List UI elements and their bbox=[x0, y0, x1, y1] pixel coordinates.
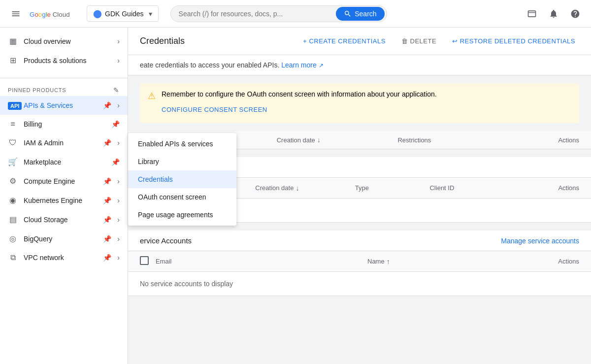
sidebar-item-label: Kubernetes Engine bbox=[24, 197, 95, 204]
create-credentials-button[interactable]: + CREATE CREDENTIALS bbox=[299, 35, 390, 47]
submenu-library[interactable]: Library bbox=[128, 153, 236, 170]
help-button[interactable] bbox=[565, 4, 585, 24]
api-icon: API bbox=[8, 101, 18, 110]
manage-service-accounts-link[interactable]: Manage service accounts bbox=[501, 237, 579, 245]
configure-consent-screen-button[interactable]: CONFIGURE CONSENT SCREEN bbox=[162, 103, 267, 116]
sidebar-item-compute-engine[interactable]: ⚙ Compute Engine 📌 › bbox=[0, 171, 128, 191]
products-icon: ⊞ bbox=[8, 56, 18, 65]
sidebar-item-label: Cloud overview bbox=[24, 37, 111, 45]
pinned-products-label: PINNED PRODUCTS ✎ bbox=[0, 82, 128, 96]
pin-icon: 📌 bbox=[103, 235, 111, 243]
submenu-enabled-apis[interactable]: Enabled APIs & services bbox=[128, 135, 236, 153]
sidebar-item-label: Billing bbox=[24, 120, 103, 128]
col-creation-header: Creation date ↓ bbox=[277, 136, 398, 144]
search-input[interactable] bbox=[179, 6, 336, 22]
sidebar-item-label: Products & solutions bbox=[24, 57, 111, 65]
project-name: GDK Guides bbox=[105, 10, 144, 18]
cloud-overview-icon: ▦ bbox=[8, 36, 18, 46]
sidebar-item-cloud-storage[interactable]: ▤ Cloud Storage 📌 › bbox=[0, 210, 128, 229]
sidebar-item-iam-admin[interactable]: 🛡 IAM & Admin 📌 › bbox=[0, 133, 128, 152]
warning-box: ⚠ Remember to configure the OAuth consen… bbox=[140, 83, 579, 123]
sidebar-item-apis-services[interactable]: API APIs & Services 📌 › bbox=[0, 96, 128, 115]
content-header: Credentials + CREATE CREDENTIALS 🗑 DELET… bbox=[128, 28, 591, 55]
col-restrictions-header: Restrictions bbox=[397, 136, 519, 144]
edit-pinned-icon[interactable]: ✎ bbox=[113, 86, 120, 94]
sidebar-item-billing[interactable]: ≡ Billing 📌 bbox=[0, 115, 128, 133]
chevron-right-icon: › bbox=[117, 177, 120, 185]
compute-icon: ⚙ bbox=[8, 176, 18, 186]
col-actions-header: Actions bbox=[519, 136, 579, 144]
learn-more-link[interactable]: Learn more bbox=[281, 61, 317, 69]
google-cloud-logo: Google Cloud bbox=[30, 8, 79, 19]
billing-icon: ≡ bbox=[8, 120, 18, 129]
service-accounts-title: ervice Accounts bbox=[140, 236, 501, 245]
sidebar-item-marketplace[interactable]: 🛒 Marketplace 📌 bbox=[0, 152, 128, 171]
vpc-icon: ⧉ bbox=[8, 253, 18, 262]
external-link-icon: ↗ bbox=[319, 62, 324, 69]
chevron-right-icon: › bbox=[117, 139, 120, 147]
sa-col-email: Email bbox=[156, 258, 367, 265]
main-layout: ▦ Cloud overview › ⊞ Products & solution… bbox=[0, 28, 591, 364]
search-button-label: Search bbox=[355, 10, 376, 18]
chevron-right-icon: › bbox=[117, 235, 120, 243]
pin-icon: 📌 bbox=[111, 158, 120, 166]
hamburger-menu-button[interactable] bbox=[6, 4, 26, 24]
pin-icon: 📌 bbox=[103, 254, 111, 262]
service-accounts-header: ervice Accounts Manage service accounts bbox=[128, 231, 591, 251]
terminal-button[interactable] bbox=[522, 4, 542, 24]
sidebar-item-label: Compute Engine bbox=[24, 177, 95, 185]
oauth-col-creation: Creation date ↓ bbox=[255, 184, 355, 192]
sidebar-item-label: APIs & Services bbox=[24, 101, 95, 109]
apis-services-submenu: Enabled APIs & services Library Credenti… bbox=[128, 133, 236, 226]
sa-col-name: Name ↑ bbox=[367, 258, 509, 265]
sa-empty-row: No service accounts to display bbox=[128, 272, 591, 296]
pin-icon: 📌 bbox=[103, 177, 111, 185]
info-text: eate credentials to access your enabled … bbox=[140, 61, 279, 69]
top-navigation: Google Cloud ⬤ GDK Guides ▾ Search bbox=[0, 0, 591, 28]
search-button[interactable]: Search bbox=[336, 7, 384, 21]
oauth-col-actions: Actions bbox=[529, 184, 579, 192]
sidebar-item-cloud-overview[interactable]: ▦ Cloud overview › bbox=[0, 32, 128, 51]
search-bar: Search bbox=[170, 5, 387, 22]
chevron-right-icon: › bbox=[117, 197, 120, 204]
sidebar-item-label: VPC network bbox=[24, 254, 95, 262]
service-accounts-section: ervice Accounts Manage service accounts … bbox=[128, 231, 591, 296]
warning-text: Remember to configure the OAuth consent … bbox=[162, 90, 437, 98]
submenu-oauth-consent[interactable]: OAuth consent screen bbox=[128, 188, 236, 206]
submenu-page-usage[interactable]: Page usage agreements bbox=[128, 206, 236, 224]
submenu-credentials[interactable]: Credentials bbox=[128, 170, 236, 188]
sidebar-item-products-solutions[interactable]: ⊞ Products & solutions › bbox=[0, 51, 128, 70]
header-actions: + CREATE CREDENTIALS 🗑 DELETE ↩ RESTORE … bbox=[299, 35, 579, 47]
sa-sort-icon: ↑ bbox=[387, 258, 390, 265]
notifications-button[interactable] bbox=[544, 4, 563, 24]
sidebar-item-vpc-network[interactable]: ⧉ VPC network 📌 › bbox=[0, 248, 128, 267]
svg-text:Google Cloud: Google Cloud bbox=[30, 10, 70, 18]
sidebar-item-label: Cloud Storage bbox=[24, 216, 95, 224]
sa-col-actions: Actions bbox=[509, 258, 579, 265]
sidebar-item-bigquery[interactable]: ◎ BigQuery 📌 › bbox=[0, 229, 128, 248]
sa-header-checkbox[interactable] bbox=[140, 256, 149, 265]
chevron-right-icon: › bbox=[117, 37, 120, 45]
project-dot-icon: ⬤ bbox=[93, 9, 102, 18]
pin-icon: 📌 bbox=[103, 101, 111, 109]
oauth-sort-icon: ↓ bbox=[296, 184, 299, 192]
sidebar: ▦ Cloud overview › ⊞ Products & solution… bbox=[0, 28, 128, 364]
project-selector[interactable]: ⬤ GDK Guides ▾ bbox=[87, 5, 159, 22]
sidebar-item-label: BigQuery bbox=[24, 235, 95, 243]
sidebar-top-items: ▦ Cloud overview › ⊞ Products & solution… bbox=[0, 28, 128, 74]
project-chevron-icon: ▾ bbox=[149, 10, 152, 18]
chevron-right-icon: › bbox=[117, 57, 120, 65]
kubernetes-icon: ◉ bbox=[8, 196, 18, 205]
chevron-right-icon: › bbox=[117, 101, 120, 109]
chevron-right-icon: › bbox=[117, 216, 120, 224]
service-accounts-table-header: Email Name ↑ Actions bbox=[128, 251, 591, 272]
pin-icon: 📌 bbox=[111, 120, 120, 128]
delete-button[interactable]: 🗑 DELETE bbox=[397, 35, 440, 47]
page-title: Credentials bbox=[140, 36, 185, 46]
pin-icon: 📌 bbox=[103, 139, 111, 147]
warning-icon: ⚠ bbox=[148, 91, 156, 101]
oauth-col-type: Type bbox=[355, 184, 430, 192]
sidebar-item-kubernetes-engine[interactable]: ◉ Kubernetes Engine 📌 › bbox=[0, 191, 128, 210]
restore-deleted-credentials-button[interactable]: ↩ RESTORE DELETED CREDENTIALS bbox=[448, 35, 579, 47]
sort-icon: ↓ bbox=[317, 136, 321, 144]
